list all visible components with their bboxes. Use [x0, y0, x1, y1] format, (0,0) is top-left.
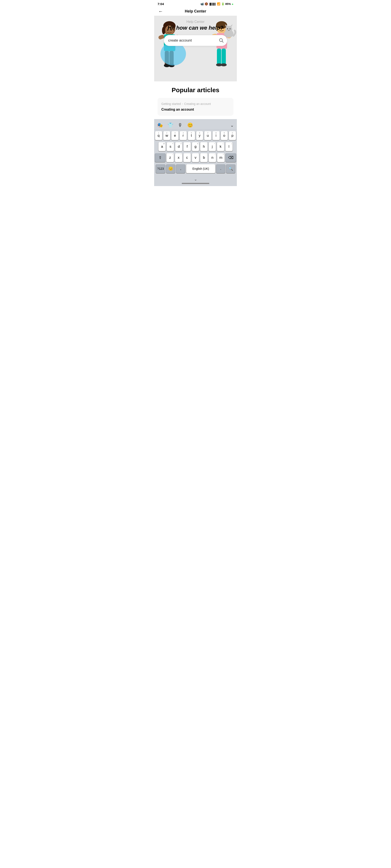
period-key[interactable]: . [216, 164, 225, 173]
keyboard: 🎭 👕 🎙 😊 ⌄ 1q 2w 3e 4r 5t 6y 7u 8i 9o 0p … [154, 119, 237, 186]
back-button[interactable]: ← [157, 8, 164, 15]
hero-content: Help Center Hi, how can we help? [154, 16, 237, 46]
key-row-3: ⇧ *z "x 'c :v ;b !n ?m ⌫ [155, 153, 236, 162]
key-b[interactable]: ;b [200, 153, 208, 162]
key-l[interactable]: )l [225, 142, 233, 151]
emoji-key[interactable]: 😊 [166, 164, 175, 173]
signal-icon: ▐▌▌▌▌ [209, 3, 216, 5]
key-p[interactable]: 0p [229, 131, 236, 140]
keyboard-toolbar: 🎭 👕 🎙 😊 ⌄ [154, 121, 237, 130]
status-bar: 7:04 📹 🔕 ▐▌▌▌▌ 📶 🔋 85% ● [154, 0, 237, 7]
search-input[interactable] [168, 38, 218, 42]
breadcrumb-item-2: Creating an account [184, 102, 211, 105]
key-v[interactable]: :v [192, 153, 199, 162]
key-c[interactable]: 'c [183, 153, 191, 162]
camera-icon: 📹 [200, 2, 204, 5]
home-indicator-area: ⌄ [154, 175, 237, 186]
key-row-1: 1q 2w 3e 4r 5t 6y 7u 8i 9o 0p [155, 131, 236, 140]
key-row-2: @a #s £d _f &g -h +j (k )l [155, 142, 236, 151]
search-key[interactable]: 🔍 [226, 164, 235, 173]
status-time: 7:04 [157, 2, 164, 6]
emoji-icon[interactable]: 😊 [187, 123, 193, 128]
key-row-bottom: ?123 😊 , English (UK) . 🔍 [155, 164, 236, 173]
search-button[interactable] [218, 37, 224, 44]
main-content: Popular articles Getting started › Creat… [154, 82, 237, 116]
comma-key[interactable]: , [176, 164, 185, 173]
keyboard-rows: 1q 2w 3e 4r 5t 6y 7u 8i 9o 0p @a #s £d _… [154, 130, 237, 175]
battery-percent: 85% [225, 2, 231, 5]
key-u[interactable]: 7u [204, 131, 211, 140]
key-n[interactable]: !n [209, 153, 216, 162]
number-key[interactable]: ?123 [156, 164, 165, 173]
key-x[interactable]: "x [175, 153, 182, 162]
key-s[interactable]: #s [167, 142, 174, 151]
key-i[interactable]: 8i [212, 131, 220, 140]
shift-key[interactable]: ⇧ [155, 153, 166, 162]
home-indicator [182, 183, 209, 184]
battery-icon: 🔋 [221, 2, 224, 5]
key-t[interactable]: 5t [188, 131, 195, 140]
svg-line-36 [222, 41, 223, 42]
section-title: Popular articles [157, 87, 234, 94]
breadcrumb: Getting started › Creating an account [161, 102, 230, 105]
breadcrumb-item-1: Getting started [161, 102, 181, 105]
nav-title: Help Center [185, 9, 206, 13]
status-icons: 📹 🔕 ▐▌▌▌▌ 📶 🔋 85% ● [200, 2, 234, 6]
key-z[interactable]: *z [167, 153, 174, 162]
key-r[interactable]: 4r [180, 131, 187, 140]
delete-key[interactable]: ⌫ [225, 153, 236, 162]
key-h[interactable]: -h [200, 142, 207, 151]
key-e[interactable]: 3e [171, 131, 179, 140]
mic-icon[interactable]: 🎙 [178, 123, 183, 128]
key-j[interactable]: +j [209, 142, 216, 151]
hero-section: 🎵 [154, 16, 237, 82]
key-q[interactable]: 1q [155, 131, 162, 140]
key-k[interactable]: (k [217, 142, 224, 151]
article-title: Creating an account [161, 107, 230, 112]
space-key[interactable]: English (UK) [186, 164, 215, 173]
collapse-keyboard-button[interactable]: ⌄ [230, 123, 234, 128]
sticker-icon[interactable]: 🎭 [157, 123, 163, 128]
hero-label: Help Center [186, 20, 204, 24]
key-g[interactable]: &g [192, 142, 199, 151]
collapse-button[interactable]: ⌄ [194, 177, 197, 183]
shirt-icon[interactable]: 👕 [168, 123, 173, 128]
toolbar-icons: 🎭 👕 🎙 😊 [157, 123, 193, 128]
article-card[interactable]: Getting started › Creating an account Cr… [157, 98, 234, 116]
nav-bar: ← Help Center [154, 7, 237, 16]
key-m[interactable]: ?m [217, 153, 224, 162]
key-d[interactable]: £d [175, 142, 182, 151]
breadcrumb-chevron: › [182, 102, 183, 105]
key-f[interactable]: _f [183, 142, 191, 151]
battery-dot: ● [232, 2, 234, 6]
key-o[interactable]: 9o [221, 131, 228, 140]
key-w[interactable]: 2w [163, 131, 171, 140]
key-a[interactable]: @a [158, 142, 166, 151]
wifi-icon: 📶 [217, 2, 220, 5]
key-y[interactable]: 6y [196, 131, 203, 140]
vibrate-icon: 🔕 [205, 2, 208, 5]
hero-tagline: Hi, how can we help? [168, 25, 223, 31]
search-bar [164, 35, 227, 46]
